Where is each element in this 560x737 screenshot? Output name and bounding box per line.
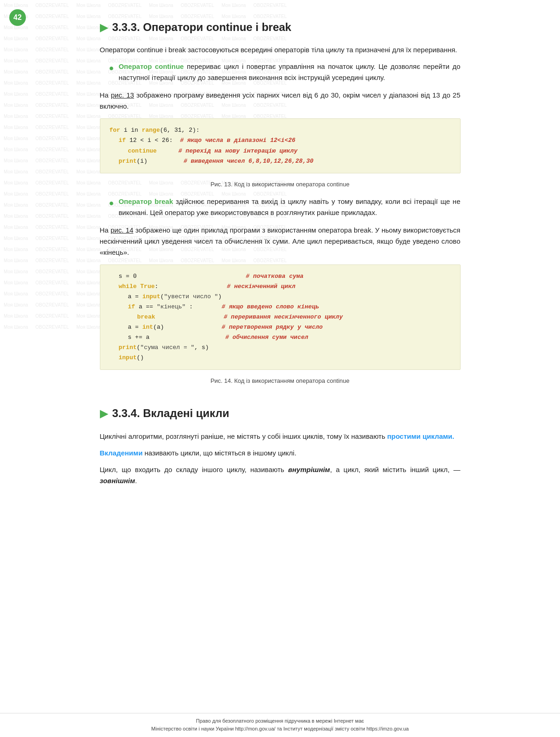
keyword-continue: Оператор continue xyxy=(118,62,184,70)
para1-highlight: простими циклами. xyxy=(387,432,454,440)
code1-line1: for i in range(6, 31, 2): xyxy=(110,125,451,135)
fig13-link[interactable]: рис. 13 xyxy=(111,91,134,99)
code2-line2: while True: # нескінченний цикл xyxy=(110,282,451,292)
section-333-title: 3.3.3. Оператори continue i break xyxy=(112,18,291,36)
code2-line9: input() xyxy=(110,353,451,363)
bullet-dot-1: ● xyxy=(109,61,114,75)
code2-line1: s = 0 # початкова сума xyxy=(110,271,451,282)
para1-text: Циклічні алгоритми, розглянуті раніше, н… xyxy=(100,432,388,440)
para3-end: . xyxy=(135,477,137,485)
section-333-header: ▶ 3.3.3. Оператори continue i break xyxy=(100,18,461,36)
footer-line2: Міністерство освіти і науки України http… xyxy=(14,725,546,733)
code2-line6: a = int(a) # перетворення рядку у число xyxy=(110,322,451,332)
fig13-caption: Рис. 13. Код із використанням оператора … xyxy=(100,180,461,190)
fig13-intro-text: На рис. 13 зображено програму виведення … xyxy=(100,90,461,112)
fig14-text: зображено ще один приклад програми з вик… xyxy=(100,226,461,256)
section-334-para2: Вкладеними називають цикли, що містяться… xyxy=(100,448,461,459)
para3-inner-italic: внутрішнім xyxy=(288,466,330,473)
footer: Право для безоплатного розміщення підруч… xyxy=(0,713,560,737)
code-block-2: s = 0 # початкова сума while True: # нес… xyxy=(100,264,461,370)
section-334-arrow: ▶ xyxy=(100,405,108,422)
para3-mid: , а цикл, який містить інший цикл, — xyxy=(330,466,461,473)
page-content: ▶ 3.3.3. Оператори continue i break Опер… xyxy=(72,0,488,520)
bullet-break-item: ● Оператор break здійснює переривання та… xyxy=(109,196,461,218)
keyword-break: Оператор break xyxy=(118,197,173,205)
footer-line1: Право для безоплатного розміщення підруч… xyxy=(14,717,546,725)
fig14-link[interactable]: рис. 14 xyxy=(111,226,133,234)
code2-line7: s += a # обчислення суми чисел xyxy=(110,332,451,343)
para3-text: Цикл, що входить до складу іншого циклу,… xyxy=(100,466,288,473)
code1-line3: continue # перехід на нову інтерацію цик… xyxy=(110,146,451,156)
section-333-intro: Оператори continue i break застосовуютьс… xyxy=(100,44,461,55)
bullet-dot-2: ● xyxy=(109,197,114,210)
bullet-continue: ● Оператор continue перериває цикл і пов… xyxy=(109,61,461,83)
bullet-continue-text: Оператор continue перериває цикл і повер… xyxy=(118,61,460,83)
section-333-arrow: ▶ xyxy=(100,19,108,36)
para3-italic2: зовнішнім xyxy=(100,477,135,485)
bullet-break: ● Оператор break здійснює переривання та… xyxy=(109,196,461,218)
fig14-intro-text: На рис. 14 зображено ще один приклад про… xyxy=(100,225,461,258)
page-number: 42 xyxy=(9,9,26,26)
code-block-1: for i in range(6, 31, 2): if 12 < i < 26… xyxy=(100,118,461,173)
para2-text: називають цикли, що містяться в іншому ц… xyxy=(142,449,296,457)
code2-line8: print("сума чисел = ", s) xyxy=(110,343,451,353)
section-334-title: 3.3.4. Вкладені цикли xyxy=(112,405,229,422)
section-334-para1: Циклічні алгоритми, розглянуті раніше, н… xyxy=(100,431,461,442)
bullet-break-text: Оператор break здійснює переривання та в… xyxy=(118,196,460,218)
fig13-text: зображено програму виведення усіх парних… xyxy=(100,91,461,110)
code2-line4: if a == "кінець" : # якщо введено слово … xyxy=(110,302,451,312)
code2-line5: break # переривання нескінченного циклу xyxy=(110,312,451,322)
section-334-header: ▶ 3.3.4. Вкладені цикли xyxy=(100,405,461,422)
code1-line4: print(i) # виведення чисел 6,8,10,12,26,… xyxy=(110,156,451,166)
code2-line3: a = input("увести число ") xyxy=(110,292,451,302)
section-334-para3: Цикл, що входить до складу іншого циклу,… xyxy=(100,464,461,486)
bullet-continue-item: ● Оператор continue перериває цикл і пов… xyxy=(109,61,461,83)
section-334: ▶ 3.3.4. Вкладені цикли Циклічні алгорит… xyxy=(100,405,461,486)
fig14-intro-prefix: На xyxy=(100,226,111,234)
code1-line2: if 12 < i < 26: # якщо числа в діапазоні… xyxy=(110,135,451,146)
fig13-intro-prefix: На xyxy=(100,91,111,99)
fig14-caption: Рис. 14. Код із використанням оператора … xyxy=(100,376,461,386)
para2-highlight: Вкладеними xyxy=(100,449,143,457)
